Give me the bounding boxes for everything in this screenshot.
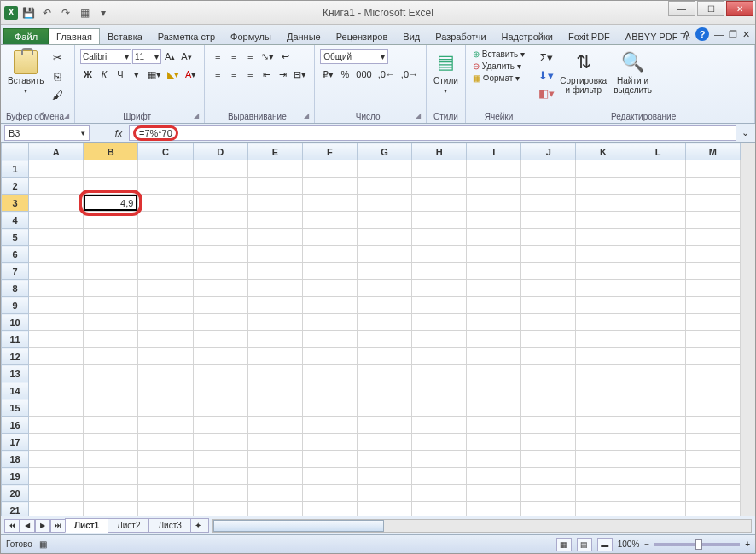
doc-close-icon[interactable]: ✕ xyxy=(742,29,750,40)
cell-J10[interactable] xyxy=(521,314,576,331)
cell-A17[interactable] xyxy=(29,434,84,451)
cell-H21[interactable] xyxy=(412,502,467,516)
cell-L21[interactable] xyxy=(631,502,685,516)
cell-C6[interactable] xyxy=(138,246,193,263)
cell-E4[interactable] xyxy=(247,212,302,229)
cell-L5[interactable] xyxy=(631,229,685,246)
cell-G18[interactable] xyxy=(357,451,411,468)
cell-B16[interactable] xyxy=(84,417,138,434)
col-header-J[interactable]: J xyxy=(521,143,576,160)
cell-G11[interactable] xyxy=(357,331,411,348)
cell-I6[interactable] xyxy=(467,246,521,263)
cell-M10[interactable] xyxy=(685,314,740,331)
formula-input[interactable]: =7%*70 xyxy=(129,125,736,141)
cell-D2[interactable] xyxy=(193,178,247,195)
cell-A14[interactable] xyxy=(29,382,84,399)
expand-formula-icon[interactable]: ⌄ xyxy=(738,127,752,138)
cell-I9[interactable] xyxy=(467,297,521,314)
zoom-out-icon[interactable]: − xyxy=(644,539,649,549)
cell-M18[interactable] xyxy=(685,451,740,468)
cell-C16[interactable] xyxy=(138,417,193,434)
cell-F16[interactable] xyxy=(302,417,357,434)
currency-icon[interactable]: ₽▾ xyxy=(320,67,336,82)
font-size-select[interactable]: 11▾ xyxy=(132,49,161,64)
cell-D3[interactable] xyxy=(193,195,247,212)
cell-I17[interactable] xyxy=(467,434,521,451)
cell-F18[interactable] xyxy=(302,451,357,468)
cell-F10[interactable] xyxy=(302,314,357,331)
cell-M8[interactable] xyxy=(685,280,740,297)
col-header-M[interactable]: M xyxy=(685,143,740,160)
col-header-L[interactable]: L xyxy=(631,143,685,160)
cell-I12[interactable] xyxy=(467,348,521,365)
zoom-thumb[interactable] xyxy=(695,539,702,550)
row-header-16[interactable]: 16 xyxy=(2,417,29,434)
view-break-icon[interactable]: ▬ xyxy=(597,538,613,551)
italic-button[interactable]: К xyxy=(96,67,112,82)
cell-A21[interactable] xyxy=(29,502,84,516)
qat-more-icon[interactable]: ▾ xyxy=(95,4,112,21)
cell-D5[interactable] xyxy=(193,229,247,246)
cell-J19[interactable] xyxy=(521,468,576,485)
cell-E2[interactable] xyxy=(247,178,302,195)
cell-B4[interactable] xyxy=(84,212,138,229)
cell-D11[interactable] xyxy=(193,331,247,348)
cell-L4[interactable] xyxy=(631,212,685,229)
clear-icon[interactable]: ◧▾ xyxy=(538,85,555,102)
cell-H20[interactable] xyxy=(412,485,467,502)
underline-button[interactable]: Ч xyxy=(113,67,128,82)
cell-A7[interactable] xyxy=(29,263,84,280)
merge-icon[interactable]: ⊟▾ xyxy=(291,67,309,82)
row-header-2[interactable]: 2 xyxy=(2,178,29,195)
sheet-tab-3[interactable]: Лист3 xyxy=(148,518,190,533)
cell-M3[interactable] xyxy=(685,195,740,212)
cell-K7[interactable] xyxy=(576,263,631,280)
cell-M11[interactable] xyxy=(685,331,740,348)
tab-last-icon[interactable]: ⏭ xyxy=(50,519,66,533)
cell-K11[interactable] xyxy=(576,331,631,348)
cell-I3[interactable] xyxy=(467,195,521,212)
cell-L16[interactable] xyxy=(631,417,685,434)
border-button[interactable]: ▦▾ xyxy=(145,67,164,82)
cell-F11[interactable] xyxy=(302,331,357,348)
cell-A19[interactable] xyxy=(29,468,84,485)
font-launcher-icon[interactable]: ◢ xyxy=(194,112,199,120)
undo-icon[interactable]: ↶ xyxy=(38,4,55,21)
cell-M14[interactable] xyxy=(685,382,740,399)
row-header-18[interactable]: 18 xyxy=(2,451,29,468)
row-header-17[interactable]: 17 xyxy=(2,434,29,451)
cell-K4[interactable] xyxy=(576,212,631,229)
inc-decimal-icon[interactable]: ,0← xyxy=(375,67,398,82)
cell-M7[interactable] xyxy=(685,263,740,280)
row-header-5[interactable]: 5 xyxy=(2,229,29,246)
cell-C15[interactable] xyxy=(138,399,193,417)
cell-K10[interactable] xyxy=(576,314,631,331)
tab-data[interactable]: Данные xyxy=(279,28,329,44)
zoom-value[interactable]: 100% xyxy=(618,539,640,549)
cell-G21[interactable] xyxy=(357,502,411,516)
cell-M6[interactable] xyxy=(685,246,740,263)
cell-M21[interactable] xyxy=(685,502,740,516)
cell-G7[interactable] xyxy=(357,263,411,280)
cell-F13[interactable] xyxy=(302,365,357,382)
cell-L3[interactable] xyxy=(631,195,685,212)
cell-E10[interactable] xyxy=(247,314,302,331)
cell-A10[interactable] xyxy=(29,314,84,331)
cell-E21[interactable] xyxy=(247,502,302,516)
cell-D13[interactable] xyxy=(193,365,247,382)
cell-C3[interactable] xyxy=(138,195,193,212)
cell-H12[interactable] xyxy=(412,348,467,365)
cell-C5[interactable] xyxy=(138,229,193,246)
cell-L1[interactable] xyxy=(631,160,685,178)
cell-B13[interactable] xyxy=(84,365,138,382)
cell-E12[interactable] xyxy=(247,348,302,365)
tab-first-icon[interactable]: ⏮ xyxy=(4,519,20,533)
cell-K3[interactable] xyxy=(576,195,631,212)
cell-I21[interactable] xyxy=(467,502,521,516)
cell-L19[interactable] xyxy=(631,468,685,485)
cell-A2[interactable] xyxy=(29,178,84,195)
cell-B15[interactable] xyxy=(84,399,138,417)
cell-B2[interactable] xyxy=(84,178,138,195)
tab-next-icon[interactable]: ▶ xyxy=(35,519,50,533)
cell-F14[interactable] xyxy=(302,382,357,399)
